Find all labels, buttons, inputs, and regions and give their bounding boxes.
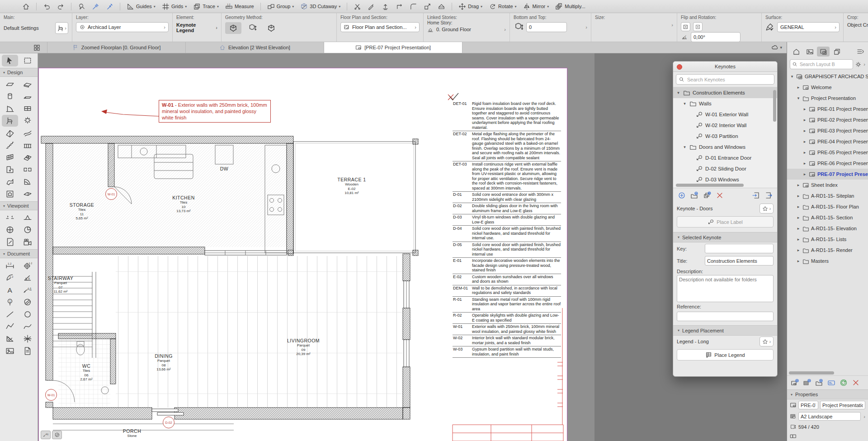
column-tool[interactable] <box>2 90 18 102</box>
window-tool[interactable] <box>19 103 36 114</box>
new-layout-button[interactable] <box>791 379 799 387</box>
navigator-tree-item[interactable]: ▸ PRE-05 Project Presentation <box>787 147 868 158</box>
navigator-tree-item[interactable]: ▾ GRAPHISOFT ARCHICAD S <box>787 71 868 82</box>
tab-elevation[interactable]: Elevation [2 West Elevation] <box>186 42 324 53</box>
level-dimension-tool[interactable] <box>19 260 36 271</box>
spline-tool[interactable] <box>19 321 36 332</box>
surface-field[interactable]: GENERAL › <box>777 22 840 32</box>
intersect-button[interactable] <box>392 2 406 11</box>
keynotes-search[interactable] <box>676 74 774 85</box>
selected-keynote-header[interactable]: ▾ Selected Keynote <box>673 232 777 242</box>
radial-dimension-tool[interactable] <box>2 272 18 284</box>
close-icon[interactable] <box>677 64 682 70</box>
element-chevron[interactable]: › <box>216 25 217 30</box>
elevate-button[interactable] <box>378 2 392 11</box>
layer-field[interactable]: Archicad Layer › <box>76 22 169 32</box>
toolbox-section-viewpoint[interactable]: ▾ Viewpoint <box>0 201 38 210</box>
keynote-tree-item[interactable]: D-01 Entrance Door <box>673 152 777 163</box>
navigator-tree-item[interactable]: ▸ Welcome <box>787 82 868 93</box>
navigator-tree-item[interactable]: ▸ A-RD1-15- Elevation <box>787 223 868 234</box>
keynotes-search-input[interactable] <box>686 76 772 83</box>
tab-zoomed-floorplan[interactable]: Zoomed Floorplan [0. Ground Floor] <box>47 42 186 53</box>
fill-tool[interactable] <box>19 296 36 308</box>
zoom-to-selection-button[interactable] <box>75 2 89 11</box>
circle-tool[interactable] <box>19 308 36 320</box>
layout-id-input[interactable] <box>798 401 818 409</box>
place-label-button[interactable]: Place Label <box>677 216 774 228</box>
bottom-offset-input[interactable] <box>526 22 567 32</box>
toolbar-button[interactable] <box>260 3 261 10</box>
navigator-tree-item[interactable]: ▸ A-RD1-15- Floor Plan <box>787 201 868 212</box>
skylight-tool[interactable] <box>19 176 36 188</box>
navigator-tree-item[interactable]: ▸ Sheet Index <box>787 180 868 190</box>
title-input[interactable] <box>705 256 774 266</box>
navigator-tree-item[interactable]: ▸ PRE-06 Project Presentation <box>787 158 868 169</box>
teamwork-cloud-button[interactable]: ▾ <box>767 42 787 53</box>
toolbar-button[interactable] <box>347 3 347 10</box>
add-keynote-button[interactable] <box>678 191 686 199</box>
new-folder-button[interactable] <box>815 379 823 387</box>
split-button[interactable] <box>350 2 364 11</box>
group-button[interactable]: Group ▾ <box>264 2 297 11</box>
publisher-button[interactable] <box>830 47 843 57</box>
text-tool[interactable] <box>2 284 18 296</box>
star-tool[interactable] <box>19 333 36 345</box>
shell-tool[interactable] <box>19 127 36 139</box>
size-chevron[interactable]: › <box>671 22 673 28</box>
measure-button[interactable]: Measure <box>222 2 257 11</box>
popup-navigator-button[interactable] <box>790 47 802 57</box>
navigator-tree-item[interactable]: ▸ PRE-01 Project Presentation <box>787 104 868 114</box>
master-input[interactable] <box>798 412 861 421</box>
rotate-button[interactable]: Rotate ▾ <box>486 2 519 11</box>
roofmaker-button[interactable] <box>434 2 448 11</box>
polyline-tool[interactable] <box>2 321 18 332</box>
home-button[interactable] <box>19 2 33 11</box>
master-chevron[interactable]: › <box>863 414 865 419</box>
place-legend-button[interactable]: Place Legend <box>677 349 774 360</box>
undo-button[interactable] <box>40 2 54 11</box>
keynote-tree-item[interactable]: ▾ Doors and Windows <box>673 142 777 152</box>
navigator-hscrollbar[interactable] <box>787 371 868 375</box>
mesh-tool[interactable] <box>19 152 36 163</box>
line-tool[interactable] <box>2 308 18 320</box>
default-settings-button[interactable]: › <box>55 22 68 34</box>
navigator-tree-item[interactable]: ▸ PRE-07 Project Presentation <box>787 169 868 180</box>
morph-tool[interactable] <box>2 176 18 188</box>
beam-tool[interactable] <box>19 90 36 102</box>
trace-button[interactable]: Trace ▾ <box>190 2 222 11</box>
navigator-tree-item[interactable]: ▸ A-RD1-15- Section <box>787 212 868 223</box>
stamp-tool[interactable] <box>2 188 18 200</box>
keynote-tree-item[interactable]: W-03 Partition <box>673 131 777 142</box>
adjust-button[interactable] <box>364 2 378 11</box>
geometry-method-2-button[interactable] <box>244 22 260 34</box>
toolbar-button[interactable] <box>452 3 452 10</box>
elevation-tool[interactable] <box>19 212 36 223</box>
canvas-bottom-button-1[interactable] <box>41 431 51 439</box>
slab2-tool[interactable] <box>19 188 36 200</box>
navigator-tree-item[interactable]: ▸ PRE-03 Project Presentation <box>787 125 868 136</box>
opening-tool[interactable] <box>19 164 36 175</box>
geometry-method-3-button[interactable] <box>263 22 279 34</box>
settings-chevron[interactable]: › <box>863 62 865 67</box>
toolbox-section-document[interactable]: ▾ Document <box>0 249 38 258</box>
description-textarea[interactable] <box>677 275 774 302</box>
toolbox-section-design[interactable]: ▾ Design <box>0 68 38 77</box>
roof-tool[interactable] <box>2 127 18 139</box>
navigator-tree-item[interactable]: ▸ PRE-04 Project Presentation <box>787 136 868 147</box>
settings-button[interactable] <box>827 379 835 387</box>
keynote-tree-item[interactable]: ▾ Walls <box>673 98 777 109</box>
toolbar-button[interactable] <box>36 3 37 10</box>
vertical-scrollbar[interactable] <box>773 90 776 122</box>
navigator-tree-item[interactable]: ▸ A-RD1-15- Siteplan <box>787 190 868 201</box>
delete-button[interactable] <box>852 379 860 387</box>
wall-tool[interactable] <box>2 78 18 90</box>
curtain-wall-tool[interactable] <box>2 152 18 163</box>
grids-button[interactable]: Grids ▾ <box>159 2 190 11</box>
keynotes-titlebar[interactable]: Keynotes <box>673 62 777 72</box>
navigator-tree-item[interactable]: ▸ PRE-02 Project Presentation <box>787 114 868 125</box>
keynote-tree-item[interactable]: W-01 Exterior Wall <box>673 109 777 120</box>
navigator-tree-item[interactable]: ▸ A-RD1-15- Lists <box>787 234 868 245</box>
marquee-tool[interactable] <box>19 55 36 66</box>
keynote-tree-item[interactable]: ▾ Construction Elements <box>673 87 777 98</box>
layout-book-button[interactable] <box>817 47 830 57</box>
